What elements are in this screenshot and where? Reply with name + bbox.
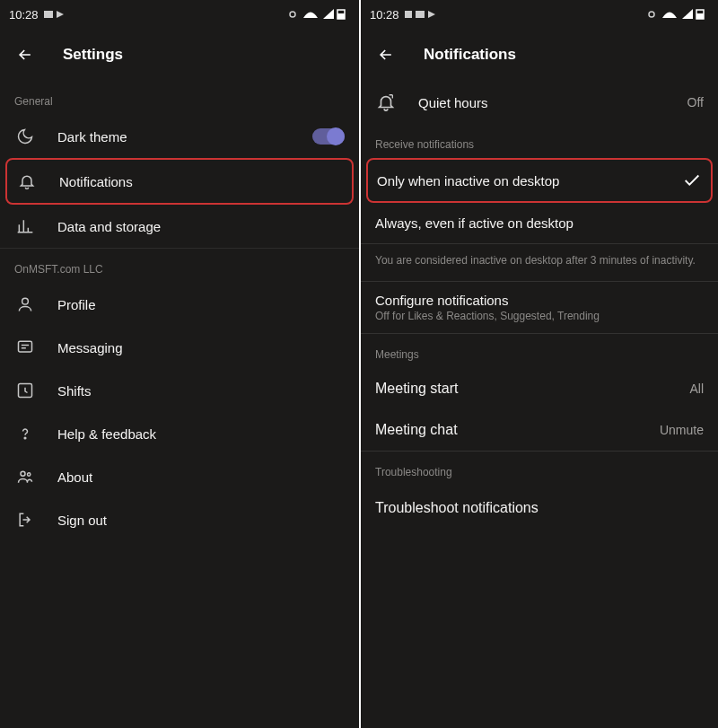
option-always-label: Always, even if active on desktop bbox=[375, 215, 574, 231]
option-inactive-row[interactable]: Only when inactive on desktop bbox=[366, 158, 713, 203]
section-troubleshoot: Troubleshooting bbox=[361, 452, 718, 486]
quiet-hours-value: Off bbox=[687, 95, 704, 110]
configure-title: Configure notifications bbox=[375, 293, 704, 308]
data-storage-label: Data and storage bbox=[57, 219, 345, 234]
bell-icon bbox=[16, 171, 38, 192]
meeting-chat-label: Meeting chat bbox=[375, 422, 458, 438]
status-icons-right bbox=[646, 8, 709, 21]
status-icons-left bbox=[44, 9, 71, 20]
question-icon bbox=[14, 423, 36, 444]
status-icons-right bbox=[287, 8, 350, 21]
app-bar: Settings bbox=[0, 29, 359, 81]
shifts-label: Shifts bbox=[57, 383, 345, 399]
option-inactive-label: Only when inactive on desktop bbox=[377, 173, 559, 189]
status-time: 10:28 bbox=[9, 8, 39, 22]
troubleshoot-row[interactable]: Troubleshoot notifications bbox=[361, 486, 718, 531]
svg-marker-1 bbox=[57, 11, 64, 18]
profile-label: Profile bbox=[57, 297, 345, 312]
settings-screen: 10:28 Settings General Dark theme bbox=[0, 0, 359, 728]
status-bar: 10:28 bbox=[361, 0, 718, 29]
svg-point-10 bbox=[21, 471, 25, 476]
about-row[interactable]: About bbox=[0, 455, 359, 498]
back-button[interactable] bbox=[14, 44, 36, 66]
svg-marker-3 bbox=[323, 9, 334, 19]
data-storage-row[interactable]: Data and storage bbox=[0, 205, 359, 248]
status-bar: 10:28 bbox=[0, 0, 359, 29]
dark-theme-label: Dark theme bbox=[57, 129, 312, 145]
profile-icon bbox=[14, 294, 36, 315]
notifications-screen: 10:28 Notifications Quiet hours Off R bbox=[359, 0, 718, 728]
configure-sub: Off for Likes & Reactions, Suggested, Tr… bbox=[375, 310, 704, 322]
page-title: Settings bbox=[63, 46, 123, 64]
svg-rect-13 bbox=[416, 11, 425, 18]
moon-icon bbox=[14, 126, 36, 147]
inactive-note: You are considered inactive on desktop a… bbox=[361, 244, 718, 281]
teams-icon bbox=[14, 466, 36, 487]
page-title: Notifications bbox=[424, 46, 516, 64]
svg-point-11 bbox=[28, 473, 31, 476]
meeting-chat-value: Unmute bbox=[660, 423, 704, 437]
back-button[interactable] bbox=[375, 44, 397, 66]
svg-marker-16 bbox=[682, 9, 693, 19]
status-icons-left bbox=[405, 9, 441, 20]
shifts-row[interactable]: Shifts bbox=[0, 369, 359, 412]
dark-theme-row[interactable]: Dark theme bbox=[0, 115, 359, 158]
profile-row[interactable]: Profile bbox=[0, 283, 359, 326]
svg-point-15 bbox=[649, 12, 654, 17]
help-row[interactable]: Help & feedback bbox=[0, 412, 359, 455]
chart-icon bbox=[14, 215, 36, 237]
configure-notifications-row[interactable]: Configure notifications Off for Likes & … bbox=[361, 282, 718, 333]
svg-point-6 bbox=[22, 298, 29, 304]
quiet-hours-label: Quiet hours bbox=[418, 95, 687, 110]
section-general: General bbox=[0, 81, 359, 115]
section-org: OnMSFT.com LLC bbox=[0, 249, 359, 283]
messaging-row[interactable]: Messaging bbox=[0, 326, 359, 369]
svg-rect-7 bbox=[19, 341, 32, 352]
meeting-start-row[interactable]: Meeting start All bbox=[361, 368, 718, 409]
svg-marker-14 bbox=[428, 11, 435, 18]
messaging-label: Messaging bbox=[57, 340, 345, 355]
sign-out-row[interactable]: Sign out bbox=[0, 498, 359, 541]
help-label: Help & feedback bbox=[57, 426, 345, 442]
message-icon bbox=[14, 337, 36, 358]
troubleshoot-label: Troubleshoot notifications bbox=[375, 500, 538, 515]
option-always-row[interactable]: Always, even if active on desktop bbox=[361, 203, 718, 243]
meeting-start-label: Meeting start bbox=[375, 381, 458, 397]
svg-rect-5 bbox=[337, 13, 345, 19]
notifications-row[interactable]: Notifications bbox=[5, 158, 354, 205]
notifications-label: Notifications bbox=[59, 174, 343, 189]
svg-point-2 bbox=[290, 12, 295, 17]
about-label: About bbox=[57, 469, 345, 485]
meeting-start-value: All bbox=[689, 382, 704, 396]
quiet-hours-row[interactable]: Quiet hours Off bbox=[361, 81, 718, 124]
section-meetings: Meetings bbox=[361, 334, 718, 368]
meeting-chat-row[interactable]: Meeting chat Unmute bbox=[361, 409, 718, 451]
svg-rect-12 bbox=[405, 11, 412, 18]
check-icon bbox=[682, 171, 702, 190]
svg-rect-18 bbox=[696, 13, 704, 19]
status-time: 10:28 bbox=[370, 8, 399, 22]
sign-out-label: Sign out bbox=[57, 513, 345, 528]
quiet-hours-icon bbox=[375, 92, 397, 113]
app-bar: Notifications bbox=[361, 29, 718, 81]
svg-rect-0 bbox=[44, 11, 53, 18]
signout-icon bbox=[14, 509, 36, 531]
svg-point-9 bbox=[24, 437, 26, 439]
dark-theme-toggle[interactable] bbox=[312, 128, 345, 145]
section-receive: Receive notifications bbox=[361, 124, 718, 158]
clock-icon bbox=[14, 380, 36, 401]
